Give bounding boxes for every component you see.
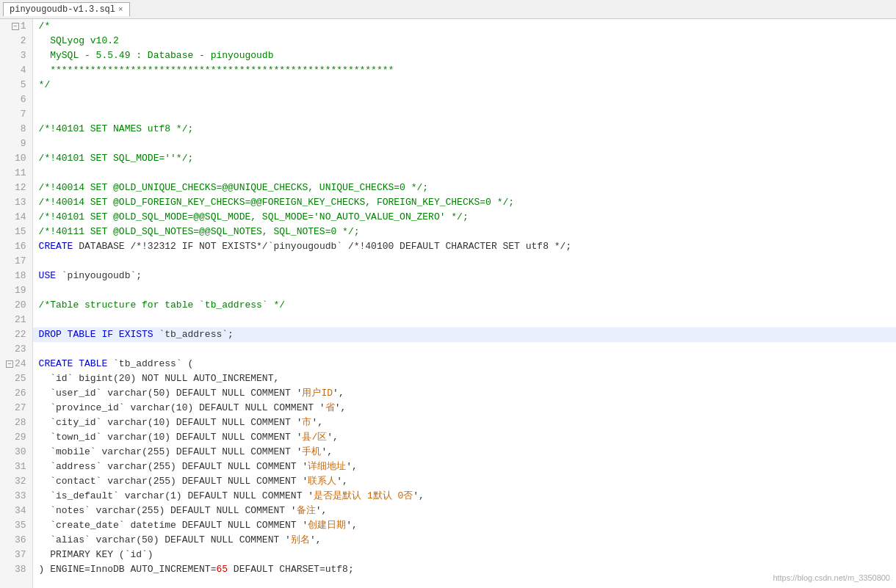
code-line	[33, 107, 896, 122]
code-line: SQLyog v10.2	[33, 34, 896, 48]
line-number: 4	[6, 63, 26, 78]
line-number: 36	[6, 533, 26, 548]
editor-tab[interactable]: pinyougoudb-v1.3.sql ×	[3, 2, 130, 16]
line-number: 28	[6, 415, 26, 430]
line-number: −24	[6, 357, 26, 371]
line-number: 17	[6, 254, 26, 269]
line-number: 19	[6, 283, 26, 298]
line-number: 20	[6, 298, 26, 313]
code-line: `address` varchar(255) DEFAULT NULL COMM…	[33, 460, 896, 474]
code-line	[33, 166, 896, 181]
line-number: −1	[6, 19, 26, 34]
code-line: `city_id` varchar(10) DEFAULT NULL COMME…	[33, 415, 896, 430]
line-number: 23	[6, 342, 26, 357]
code-line: `mobile` varchar(255) DEFAULT NULL COMME…	[33, 445, 896, 460]
code-line: /*	[33, 19, 896, 34]
code-content[interactable]: /* SQLyog v10.2 MySQL - 5.5.49 : Databas…	[33, 19, 896, 588]
line-number: 3	[6, 48, 26, 63]
code-line	[33, 283, 896, 298]
code-line: /*!40101 SET SQL_MODE=''*/;	[33, 151, 896, 166]
code-line: DROP TABLE IF EXISTS `tb_address`;	[33, 327, 896, 342]
line-number: 13	[6, 195, 26, 210]
code-line: */	[33, 78, 896, 92]
line-number: 26	[6, 386, 26, 401]
code-line: `town_id` varchar(10) DEFAULT NULL COMME…	[33, 430, 896, 445]
code-line: /*!40014 SET @OLD_FOREIGN_KEY_CHECKS=@@F…	[33, 195, 896, 210]
code-line: /*!40111 SET @OLD_SQL_NOTES=@@SQL_NOTES,…	[33, 225, 896, 239]
code-line: /*!40101 SET NAMES utf8 */;	[33, 122, 896, 137]
code-line	[33, 92, 896, 107]
line-number: 14	[6, 210, 26, 225]
line-number: 27	[6, 401, 26, 415]
code-line: ) ENGINE=InnoDB AUTO_INCREMENT=65 DEFAUL…	[33, 562, 896, 577]
line-number: 32	[6, 474, 26, 489]
fold-icon[interactable]: −	[6, 360, 13, 368]
line-number: 33	[6, 489, 26, 504]
line-numbers: −1234567891011121314151617181920212223−2…	[0, 19, 33, 588]
line-number: 5	[6, 78, 26, 92]
line-number: 21	[6, 313, 26, 327]
code-line: CREATE TABLE `tb_address` (	[33, 357, 896, 371]
fold-icon[interactable]: −	[12, 23, 19, 30]
code-line: `contact` varchar(255) DEFAULT NULL COMM…	[33, 474, 896, 489]
code-line: `create_date` datetime DEFAULT NULL COMM…	[33, 518, 896, 533]
line-number: 16	[6, 239, 26, 254]
code-line: `id` bigint(20) NOT NULL AUTO_INCREMENT,	[33, 371, 896, 386]
code-line: ****************************************…	[33, 63, 896, 78]
line-number: 22	[6, 327, 26, 342]
code-line: MySQL - 5.5.49 : Database - pinyougoudb	[33, 48, 896, 63]
line-number: 8	[6, 122, 26, 137]
line-number: 34	[6, 504, 26, 518]
line-number: 9	[6, 137, 26, 151]
line-number: 15	[6, 225, 26, 239]
line-number: 6	[6, 92, 26, 107]
code-line: /*Table structure for table `tb_address`…	[33, 298, 896, 313]
code-line: `notes` varchar(255) DEFAULT NULL COMMEN…	[33, 504, 896, 518]
line-number: 35	[6, 518, 26, 533]
line-number: 31	[6, 460, 26, 474]
line-number: 12	[6, 181, 26, 195]
code-line: /*!40014 SET @OLD_UNIQUE_CHECKS=@@UNIQUE…	[33, 181, 896, 195]
line-number: 18	[6, 269, 26, 283]
line-number: 29	[6, 430, 26, 445]
code-line: CREATE DATABASE /*!32312 IF NOT EXISTS*/…	[33, 239, 896, 254]
code-line: `province_id` varchar(10) DEFAULT NULL C…	[33, 401, 896, 415]
code-line: PRIMARY KEY (`id`)	[33, 548, 896, 562]
code-line	[33, 137, 896, 151]
line-number: 10	[6, 151, 26, 166]
code-line: /*!40101 SET @OLD_SQL_MODE=@@SQL_MODE, S…	[33, 210, 896, 225]
code-line	[33, 254, 896, 269]
line-number: 37	[6, 548, 26, 562]
line-number: 2	[6, 34, 26, 48]
code-line	[33, 342, 896, 357]
line-number: 7	[6, 107, 26, 122]
editor-area: −1234567891011121314151617181920212223−2…	[0, 19, 896, 588]
code-line: `user_id` varchar(50) DEFAULT NULL COMME…	[33, 386, 896, 401]
tab-close-button[interactable]: ×	[118, 5, 123, 14]
tab-label: pinyougoudb-v1.3.sql	[10, 4, 115, 15]
code-line: `alias` varchar(50) DEFAULT NULL COMMENT…	[33, 533, 896, 548]
line-number: 38	[6, 562, 26, 577]
line-number: 30	[6, 445, 26, 460]
line-number: 25	[6, 371, 26, 386]
watermark: https://blog.csdn.net/m_3350800	[773, 573, 890, 582]
code-line: `is_default` varchar(1) DEFAULT NULL COM…	[33, 489, 896, 504]
code-line: USE `pinyougoudb`;	[33, 269, 896, 283]
title-bar: pinyougoudb-v1.3.sql ×	[0, 0, 896, 19]
code-line	[33, 313, 896, 327]
line-number: 11	[6, 166, 26, 181]
